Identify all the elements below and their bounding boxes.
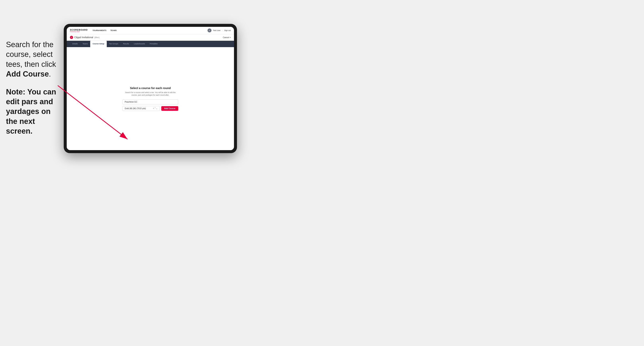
separator: | <box>222 29 223 31</box>
cancel-button[interactable]: Cancel × <box>223 36 231 39</box>
card-title: Select a course for each round <box>122 86 178 90</box>
note-instruction: Note: You can edit pars and yardages on … <box>6 87 62 136</box>
tee-select-controls: × ⌃⌄ <box>153 107 158 109</box>
tab-course-setup[interactable]: Course Setup <box>90 41 107 47</box>
nav-teams[interactable]: TEAMS <box>110 29 117 31</box>
tournament-header: C Clippd Invitational (Men) Cancel × <box>67 34 234 41</box>
tee-clear-icon[interactable]: × <box>153 107 154 109</box>
tee-select-row: Gold (M) (M) (7010 yds) × ⌃⌄ Add Course <box>122 106 178 111</box>
logo-sub: Powered by clippd <box>70 31 88 32</box>
tablet-device: SCOREBOARD Powered by clippd TOURNAMENTS… <box>64 24 237 153</box>
tee-select-dropdown[interactable]: Gold (M) (M) (7010 yds) × ⌃⌄ <box>122 106 160 111</box>
card-description: Search for a course and select a tee. Yo… <box>122 91 178 97</box>
logo-area: SCOREBOARD Powered by clippd <box>70 29 88 32</box>
tee-arrow-icon: ⌃⌄ <box>154 107 158 109</box>
tournament-subtitle: (Men) <box>94 36 100 39</box>
tab-leaderboards[interactable]: Leaderboards <box>132 41 147 47</box>
tee-select-value: Gold (M) (M) (7010 yds) <box>125 107 146 110</box>
tab-bar: Details Teams Course Setup Tee Groups Re… <box>67 41 234 47</box>
tab-printables[interactable]: Printables <box>147 41 160 47</box>
tab-teams[interactable]: Teams <box>80 41 90 47</box>
top-nav: SCOREBOARD Powered by clippd TOURNAMENTS… <box>67 27 234 34</box>
tablet-screen: SCOREBOARD Powered by clippd TOURNAMENTS… <box>67 27 234 150</box>
top-nav-left: SCOREBOARD Powered by clippd TOURNAMENTS… <box>70 29 117 32</box>
logo-title: SCOREBOARD <box>70 29 88 31</box>
instruction-panel: Search for the course, select tees, then… <box>6 40 62 136</box>
user-avatar: R <box>208 28 212 32</box>
tab-details[interactable]: Details <box>70 41 80 47</box>
course-search-input[interactable] <box>122 99 178 104</box>
tournament-name: Clippd Invitational <box>74 36 93 39</box>
add-course-button[interactable]: Add Course <box>161 106 178 111</box>
nav-tournaments[interactable]: TOURNAMENTS <box>92 29 106 31</box>
tournament-icon: C <box>70 36 73 39</box>
sign-out-link[interactable]: Sign out <box>224 29 231 31</box>
top-nav-right: R Test User | Sign out <box>208 28 231 32</box>
top-nav-links: TOURNAMENTS TEAMS <box>92 29 116 31</box>
main-content: Select a course for each round Search fo… <box>67 47 234 150</box>
user-label: Test User <box>213 29 221 31</box>
tab-tee-groups[interactable]: Tee Groups <box>107 41 121 47</box>
course-select-card: Select a course for each round Search fo… <box>122 86 178 111</box>
tab-results[interactable]: Results <box>121 41 132 47</box>
tournament-title: C Clippd Invitational (Men) <box>70 36 100 39</box>
step-instruction: Search for the course, select tees, then… <box>6 40 62 79</box>
